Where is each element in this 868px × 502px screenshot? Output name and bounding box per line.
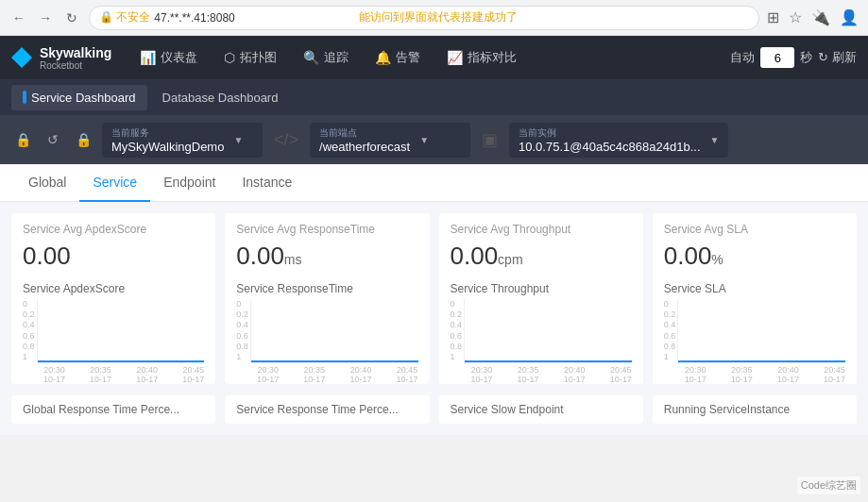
x-label: 20:3510-17 [303, 365, 325, 384]
tab-service[interactable]: Service [79, 164, 150, 202]
metric-unit: cpm [498, 252, 522, 267]
y-label: 1 [451, 352, 463, 361]
current-endpoint-selector[interactable]: 当前端点 /weatherforecast ▼ [310, 123, 470, 158]
nav-metric[interactable]: 📈 指标对比 [434, 36, 530, 79]
x-label: 20:3010-17 [257, 365, 279, 384]
chart-axes: 10.80.60.40.20 [23, 299, 204, 363]
nav-dashboard-label: 仪表盘 [161, 49, 197, 66]
selector-bar: 🔒 ↺ 🔒 当前服务 MySkyWalkingDemo ▼ </> 当前端点 /… [0, 115, 868, 164]
top-nav: Skywalking Rocketbot 📊 仪表盘 ⬡ 拓扑图 🔍 追踪 🔔 … [0, 36, 868, 79]
metric-chart-label: Service ResponseTime [236, 282, 417, 295]
x-label: 20:4010-17 [349, 365, 371, 384]
cast-icon[interactable]: ⊞ [767, 8, 779, 26]
url-text: 47.**.**.41:8080 [154, 11, 234, 25]
x-label: 20:4010-17 [564, 365, 586, 384]
y-axis: 10.80.60.40.20 [664, 299, 676, 363]
bottom-card-3[interactable]: Running ServiceInstance [653, 395, 857, 424]
tab-endpoint[interactable]: Endpoint [150, 164, 229, 202]
metric-avg-label: Service Avg SLA [664, 223, 845, 236]
bottom-card-2[interactable]: Service Slow Endpoint [439, 395, 643, 424]
alarm-icon: 🔔 [375, 50, 391, 65]
metric-avg-section: Service Avg ResponseTime 0.00ms [225, 213, 429, 276]
y-label: 0 [451, 299, 463, 309]
nav-trace[interactable]: 🔍 追踪 [290, 36, 362, 79]
tab-service-dashboard[interactable]: Service Dashboard [11, 85, 147, 110]
separator-2: ▣ [482, 129, 498, 150]
metric-card-1: Service Avg ResponseTime 0.00ms Service … [225, 213, 429, 384]
chart-line [465, 360, 632, 362]
chart-axes: 10.80.60.40.20 [451, 299, 632, 363]
lock-icon-2[interactable]: 🔒 [72, 132, 94, 147]
browser-icons: ⊞ ☆ 🔌 👤 [767, 8, 859, 26]
metric-chart-label: Service Throughput [451, 282, 632, 295]
y-label: 0 [236, 299, 248, 309]
x-label: 20:4010-17 [136, 365, 158, 384]
metric-chart-label: Service ApdexScore [23, 282, 204, 295]
x-axis: 20:3010-1720:3510-1720:4010-1720:4510-17 [236, 365, 417, 384]
x-axis: 20:3010-1720:3510-1720:4010-1720:4510-17 [451, 365, 632, 384]
metric-avg-section: Service Avg Throughput 0.00cpm [439, 213, 643, 276]
back-button[interactable]: ← [9, 8, 28, 27]
refresh-interval-input[interactable] [760, 47, 794, 68]
x-axis: 20:3010-1720:3510-1720:4010-1720:4510-17 [664, 365, 845, 384]
nav-topology[interactable]: ⬡ 拓扑图 [211, 36, 290, 79]
metric-avg-label: Service Avg ApdexScore [23, 223, 204, 236]
current-endpoint-value: /weatherforecast [319, 140, 410, 154]
separator-1: </> [274, 130, 298, 150]
refresh-button[interactable]: ↻ 刷新 [818, 49, 857, 66]
y-label: 0.2 [451, 310, 463, 319]
y-label: 0.6 [23, 331, 35, 341]
y-label: 0.8 [23, 342, 35, 351]
logo-icon [11, 47, 32, 68]
profile-icon[interactable]: 👤 [840, 8, 859, 26]
instance-dropdown-arrow: ▼ [710, 135, 720, 145]
trace-icon: 🔍 [303, 50, 319, 65]
tab-database-dashboard[interactable]: Database Dashboard [151, 85, 290, 110]
tab-service-label: Service [93, 175, 137, 190]
y-label: 0 [23, 299, 35, 309]
current-service-selector[interactable]: 当前服务 MySkyWalkingDemo ▼ [102, 123, 263, 158]
current-instance-label: 当前实例 [519, 126, 700, 140]
app-name: Skywalking [40, 45, 111, 60]
x-label: 20:4510-17 [610, 365, 632, 384]
x-label: 20:4510-17 [182, 365, 204, 384]
metric-avg-section: Service Avg ApdexScore 0.00 [11, 213, 215, 276]
x-label: 20:4510-17 [824, 365, 845, 384]
nav-alarm[interactable]: 🔔 告警 [362, 36, 434, 79]
nav-dashboard[interactable]: 📊 仪表盘 [127, 36, 211, 79]
y-label: 1 [236, 352, 248, 361]
reload-button[interactable]: ↻ [62, 8, 81, 27]
metric-chart-area: Service ResponseTime 10.80.60.40.20 20:3… [225, 276, 429, 384]
forward-button[interactable]: → [36, 8, 55, 27]
reload-icon[interactable]: ↺ [42, 132, 64, 147]
dashboard-tabs: Service Dashboard Database Dashboard [0, 79, 868, 115]
extension-icon[interactable]: 🔌 [811, 8, 830, 26]
y-label: 0.4 [451, 320, 463, 329]
page-tabs: Global Service Endpoint Instance [0, 164, 868, 202]
y-label: 0.4 [236, 320, 248, 329]
metric-avg-value: 0.00 [23, 242, 204, 271]
y-label: 0.6 [451, 331, 463, 341]
tab-global[interactable]: Global [15, 164, 79, 202]
metric-avg-label: Service Avg ResponseTime [236, 223, 417, 236]
bottom-card-1[interactable]: Service Response Time Perce... [225, 395, 429, 424]
tab-instance[interactable]: Instance [229, 164, 305, 202]
y-label: 0.8 [664, 342, 676, 351]
tab-endpoint-label: Endpoint [163, 175, 215, 190]
tab-active-indicator [23, 91, 26, 104]
nav-alarm-label: 告警 [396, 49, 420, 66]
metric-card-2: Service Avg Throughput 0.00cpm Service T… [439, 213, 643, 384]
lock-icon-1[interactable]: 🔒 [11, 132, 34, 147]
bottom-card-0[interactable]: Global Response Time Perce... [11, 395, 215, 424]
success-message: 能访问到界面就代表搭建成功了 [359, 9, 518, 25]
current-service-label: 当前服务 [111, 126, 224, 140]
nav-trace-label: 追踪 [324, 49, 349, 66]
metric-avg-value: 0.00cpm [451, 242, 632, 271]
current-instance-value: 10.0.75.1@40a5c4c868a24d1b... [519, 140, 700, 154]
metric-avg-label: Service Avg Throughput [451, 223, 632, 236]
current-instance-selector[interactable]: 当前实例 10.0.75.1@40a5c4c868a24d1b... ▼ [509, 123, 728, 158]
bookmark-icon[interactable]: ☆ [789, 8, 802, 26]
chart-line [251, 360, 418, 362]
tab-database-dashboard-label: Database Dashboard [162, 91, 279, 105]
refresh-unit: 秒 [800, 49, 812, 66]
